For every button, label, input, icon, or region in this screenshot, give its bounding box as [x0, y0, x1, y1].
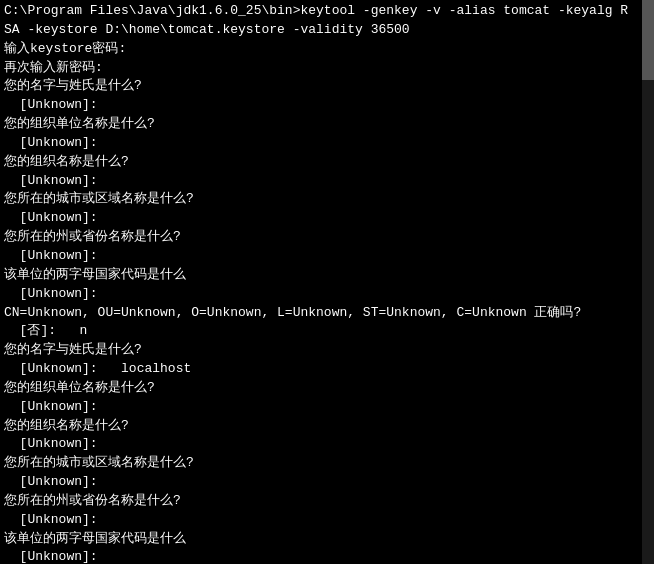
terminal-line: 您的名字与姓氏是什么?: [4, 77, 650, 96]
terminal-line: [Unknown]: localhost: [4, 360, 650, 379]
terminal-line: SA -keystore D:\home\tomcat.keystore -va…: [4, 21, 650, 40]
terminal-line: 该单位的两字母国家代码是什么: [4, 266, 650, 285]
terminal-line: [Unknown]:: [4, 548, 650, 564]
terminal-line: [Unknown]:: [4, 209, 650, 228]
terminal-line: 您的组织单位名称是什么?: [4, 379, 650, 398]
terminal-line: 该单位的两字母国家代码是什么: [4, 530, 650, 549]
terminal-line: 您的组织名称是什么?: [4, 153, 650, 172]
terminal-line: 您所在的州或省份名称是什么?: [4, 228, 650, 247]
terminal-line: [Unknown]:: [4, 134, 650, 153]
terminal-line: [Unknown]:: [4, 398, 650, 417]
terminal-line: 您所在的州或省份名称是什么?: [4, 492, 650, 511]
terminal-line: 您的组织单位名称是什么?: [4, 115, 650, 134]
terminal-line: [否]: n: [4, 322, 650, 341]
terminal-line: 您所在的城市或区域名称是什么?: [4, 454, 650, 473]
terminal-line: [Unknown]:: [4, 96, 650, 115]
terminal-window: C:\Program Files\Java\jdk1.6.0_25\bin>ke…: [0, 0, 654, 564]
scrollbar-thumb[interactable]: [642, 0, 654, 80]
terminal-line: 再次输入新密码:: [4, 59, 650, 78]
terminal-line: 您的名字与姓氏是什么?: [4, 341, 650, 360]
terminal-content: C:\Program Files\Java\jdk1.6.0_25\bin>ke…: [4, 2, 650, 564]
terminal-line: 您的组织名称是什么?: [4, 417, 650, 436]
terminal-line: [Unknown]:: [4, 511, 650, 530]
terminal-line: 您所在的城市或区域名称是什么?: [4, 190, 650, 209]
terminal-line: [Unknown]:: [4, 285, 650, 304]
terminal-line: CN=Unknown, OU=Unknown, O=Unknown, L=Unk…: [4, 304, 650, 323]
terminal-line: C:\Program Files\Java\jdk1.6.0_25\bin>ke…: [4, 2, 650, 21]
terminal-line: [Unknown]:: [4, 473, 650, 492]
scrollbar[interactable]: [642, 0, 654, 564]
terminal-line: 输入keystore密码:: [4, 40, 650, 59]
terminal-line: [Unknown]:: [4, 172, 650, 191]
terminal-line: [Unknown]:: [4, 435, 650, 454]
terminal-line: [Unknown]:: [4, 247, 650, 266]
